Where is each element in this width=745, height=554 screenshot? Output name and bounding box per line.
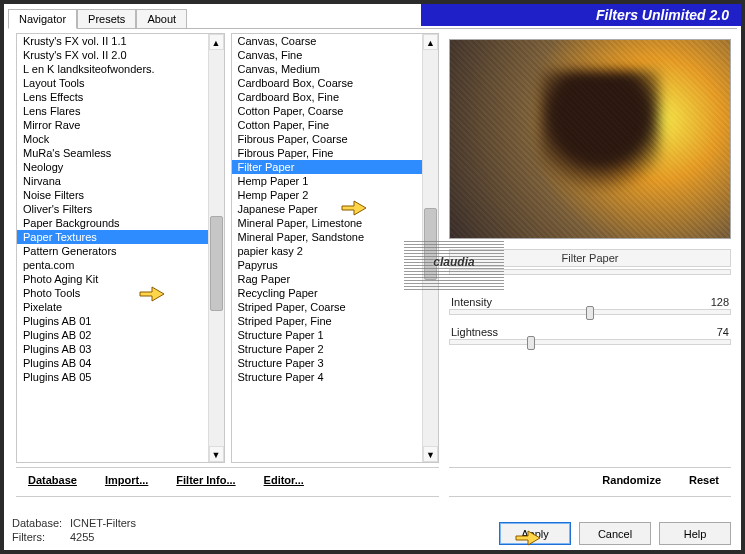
- status-db-label: Database:: [12, 516, 70, 530]
- tab-presets[interactable]: Presets: [77, 9, 136, 29]
- dialog-buttons: Apply Cancel Help: [499, 522, 731, 545]
- import-link[interactable]: Import...: [105, 474, 148, 490]
- list-item[interactable]: Hemp Paper 1: [232, 174, 423, 188]
- list-item[interactable]: Cotton Paper, Fine: [232, 118, 423, 132]
- list-item[interactable]: L en K landksiteofwonders.: [17, 62, 208, 76]
- scroll-up-icon[interactable]: ▲: [423, 34, 438, 50]
- tab-strip: Navigator Presets About: [8, 8, 187, 28]
- preview-image: [449, 39, 731, 239]
- list-item[interactable]: Structure Paper 3: [232, 356, 423, 370]
- param-label: Intensity: [451, 296, 492, 308]
- list-item[interactable]: Plugins AB 01: [17, 314, 208, 328]
- list-item[interactable]: Plugins AB 05: [17, 370, 208, 384]
- intensity-slider[interactable]: [449, 309, 731, 315]
- param-value: 74: [717, 326, 729, 338]
- scroll-down-icon[interactable]: ▼: [209, 446, 224, 462]
- list-item[interactable]: Rag Paper: [232, 272, 423, 286]
- filter-list[interactable]: Canvas, CoarseCanvas, FineCanvas, Medium…: [231, 33, 440, 463]
- list-item[interactable]: Cardboard Box, Coarse: [232, 76, 423, 90]
- category-scrollbar[interactable]: ▲ ▼: [208, 34, 224, 462]
- list-item[interactable]: Striped Paper, Coarse: [232, 300, 423, 314]
- list-item[interactable]: Krusty's FX vol. II 1.1: [17, 34, 208, 48]
- tab-navigator[interactable]: Navigator: [8, 9, 77, 29]
- slider-thumb[interactable]: [586, 306, 594, 320]
- list-item[interactable]: penta.com: [17, 258, 208, 272]
- list-item[interactable]: Nirvana: [17, 174, 208, 188]
- lightness-slider[interactable]: [449, 339, 731, 345]
- help-button[interactable]: Help: [659, 522, 731, 545]
- list-item[interactable]: Lens Effects: [17, 90, 208, 104]
- list-item[interactable]: Mineral Paper, Sandstone: [232, 230, 423, 244]
- list-item[interactable]: Paper Backgrounds: [17, 216, 208, 230]
- list-item[interactable]: Canvas, Coarse: [232, 34, 423, 48]
- bottom-toolbar-left: Database Import... Filter Info... Editor…: [16, 467, 439, 497]
- bottom-toolbar-right: Randomize Reset: [449, 467, 731, 497]
- status-filters-value: 4255: [70, 531, 94, 543]
- slider-thumb[interactable]: [527, 336, 535, 350]
- scroll-up-icon[interactable]: ▲: [209, 34, 224, 50]
- list-item[interactable]: Structure Paper 2: [232, 342, 423, 356]
- list-item[interactable]: Plugins AB 02: [17, 328, 208, 342]
- editor-link[interactable]: Editor...: [264, 474, 304, 490]
- list-item[interactable]: Plugins AB 04: [17, 356, 208, 370]
- filter-scroll-thumb[interactable]: [424, 208, 437, 279]
- database-link[interactable]: Database: [28, 474, 77, 490]
- list-item[interactable]: Pattern Generators: [17, 244, 208, 258]
- filter-scrollbar[interactable]: ▲ ▼: [422, 34, 438, 462]
- list-item[interactable]: Photo Tools: [17, 286, 208, 300]
- param-label: Lightness: [451, 326, 498, 338]
- list-item[interactable]: Cotton Paper, Coarse: [232, 104, 423, 118]
- list-item[interactable]: Photo Aging Kit: [17, 272, 208, 286]
- list-item[interactable]: Layout Tools: [17, 76, 208, 90]
- list-item[interactable]: Mirror Rave: [17, 118, 208, 132]
- list-item[interactable]: Pixelate: [17, 300, 208, 314]
- app-title: Filters Unlimited 2.0: [421, 4, 741, 26]
- list-item[interactable]: papier kasy 2: [232, 244, 423, 258]
- list-item[interactable]: MuRa's Seamless: [17, 146, 208, 160]
- category-list[interactable]: Krusty's FX vol. II 1.1Krusty's FX vol. …: [16, 33, 225, 463]
- current-filter-label: Filter Paper: [449, 249, 731, 267]
- list-item[interactable]: Neology: [17, 160, 208, 174]
- params: Intensity 128 Lightness 74: [449, 293, 731, 345]
- status-db-value: ICNET-Filters: [70, 517, 136, 529]
- category-scroll-thumb[interactable]: [210, 216, 223, 311]
- app-window: Filters Unlimited 2.0 Navigator Presets …: [0, 0, 745, 554]
- randomize-link[interactable]: Randomize: [602, 474, 661, 490]
- list-item[interactable]: Krusty's FX vol. II 2.0: [17, 48, 208, 62]
- list-item[interactable]: Canvas, Fine: [232, 48, 423, 62]
- filter-info-link[interactable]: Filter Info...: [176, 474, 235, 490]
- list-item[interactable]: Noise Filters: [17, 188, 208, 202]
- list-item[interactable]: Lens Flares: [17, 104, 208, 118]
- list-item[interactable]: Canvas, Medium: [232, 62, 423, 76]
- list-item[interactable]: Paper Textures: [17, 230, 208, 244]
- status-filters-label: Filters:: [12, 530, 70, 544]
- status-bar: Database:ICNET-Filters Filters:4255: [12, 516, 136, 544]
- preview-divider: [449, 269, 731, 275]
- scroll-down-icon[interactable]: ▼: [423, 446, 438, 462]
- reset-link[interactable]: Reset: [689, 474, 719, 490]
- tab-about[interactable]: About: [136, 9, 187, 29]
- list-item[interactable]: Oliver's Filters: [17, 202, 208, 216]
- list-item[interactable]: Mineral Paper, Limestone: [232, 216, 423, 230]
- list-item[interactable]: Cardboard Box, Fine: [232, 90, 423, 104]
- list-item[interactable]: Structure Paper 4: [232, 370, 423, 384]
- list-item[interactable]: Structure Paper 1: [232, 328, 423, 342]
- list-item[interactable]: Fibrous Paper, Fine: [232, 146, 423, 160]
- content-area: Krusty's FX vol. II 1.1Krusty's FX vol. …: [8, 28, 737, 514]
- list-item[interactable]: Papyrus: [232, 258, 423, 272]
- lists-row: Krusty's FX vol. II 1.1Krusty's FX vol. …: [16, 33, 439, 463]
- list-item[interactable]: Japanese Paper: [232, 202, 423, 216]
- list-item[interactable]: Filter Paper: [232, 160, 423, 174]
- list-item[interactable]: Recycling Paper: [232, 286, 423, 300]
- list-item[interactable]: Fibrous Paper, Coarse: [232, 132, 423, 146]
- list-item[interactable]: Hemp Paper 2: [232, 188, 423, 202]
- param-value: 128: [711, 296, 729, 308]
- list-item[interactable]: Plugins AB 03: [17, 342, 208, 356]
- preview-pane: Filter Paper Intensity 128 Lightness 74: [449, 39, 731, 353]
- cancel-button[interactable]: Cancel: [579, 522, 651, 545]
- list-item[interactable]: Mock: [17, 132, 208, 146]
- apply-button[interactable]: Apply: [499, 522, 571, 545]
- list-item[interactable]: Striped Paper, Fine: [232, 314, 423, 328]
